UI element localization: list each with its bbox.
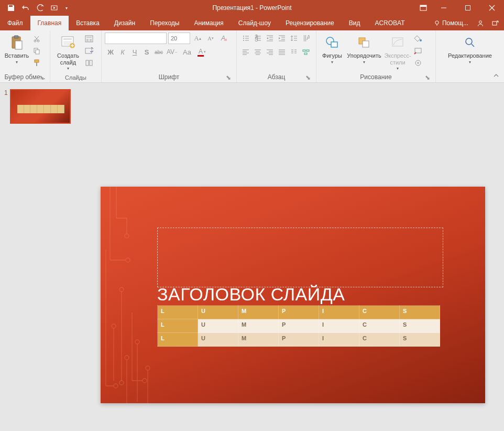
tab-file[interactable]: Файл bbox=[0, 16, 30, 30]
collapse-ribbon-button[interactable] bbox=[491, 71, 501, 80]
close-button[interactable] bbox=[480, 0, 504, 16]
svg-rect-10 bbox=[14, 36, 18, 38]
maximize-button[interactable] bbox=[456, 0, 480, 16]
tab-review[interactable]: Рецензирование bbox=[278, 16, 342, 30]
start-from-beginning-button[interactable] bbox=[48, 1, 62, 15]
clear-formatting-button[interactable]: A bbox=[218, 33, 229, 44]
line-spacing-button[interactable] bbox=[288, 33, 300, 44]
decrease-indent-button[interactable] bbox=[264, 33, 276, 44]
tell-me-button[interactable]: Помощ... bbox=[430, 16, 473, 30]
tab-slideshow[interactable]: Слайд-шоу bbox=[231, 16, 278, 30]
svg-rect-15 bbox=[36, 50, 39, 54]
undo-button[interactable] bbox=[19, 1, 32, 15]
cut-button[interactable] bbox=[31, 34, 42, 44]
align-center-button[interactable] bbox=[252, 46, 264, 58]
tab-acrobat[interactable]: ACROBAT bbox=[367, 16, 412, 30]
quick-styles-icon bbox=[391, 34, 404, 51]
strikethrough-button[interactable]: abc bbox=[153, 46, 165, 58]
svg-rect-77 bbox=[303, 50, 305, 51]
signin-button[interactable] bbox=[474, 16, 487, 30]
svg-line-90 bbox=[472, 44, 474, 47]
thumbnail-pane[interactable]: 1 bbox=[0, 83, 82, 431]
lightbulb-icon bbox=[434, 20, 440, 26]
svg-rect-23 bbox=[86, 37, 92, 38]
share-button[interactable] bbox=[488, 16, 502, 30]
quick-styles-button[interactable]: Экспресс-стили ▾ bbox=[384, 33, 412, 72]
tab-animations[interactable]: Анимация bbox=[187, 16, 231, 30]
clipboard-dialog-launcher[interactable]: ⬊ bbox=[38, 74, 46, 81]
align-left-button[interactable] bbox=[240, 46, 251, 58]
tab-insert[interactable]: Вставка bbox=[69, 16, 107, 30]
convert-smartart-button[interactable] bbox=[300, 46, 312, 58]
format-painter-button[interactable] bbox=[31, 58, 42, 68]
svg-point-35 bbox=[243, 40, 244, 41]
svg-rect-79 bbox=[304, 53, 307, 55]
text-direction-button[interactable]: ||A bbox=[300, 33, 312, 44]
svg-rect-24 bbox=[86, 39, 89, 41]
new-slide-icon bbox=[60, 34, 76, 51]
thumbnail-item[interactable]: 1 bbox=[4, 89, 78, 124]
shape-effects-button[interactable] bbox=[413, 58, 423, 68]
shape-outline-button[interactable] bbox=[413, 46, 423, 56]
increase-font-size-button[interactable]: A▴ bbox=[192, 33, 203, 44]
text-shadow-button[interactable]: S bbox=[141, 46, 152, 58]
new-slide-button[interactable]: Создать слайд ▾ bbox=[53, 33, 83, 72]
tab-transitions[interactable]: Переходы bbox=[143, 16, 187, 30]
svg-point-99 bbox=[125, 355, 129, 360]
font-dialog-launcher[interactable]: ⬊ bbox=[225, 74, 232, 81]
svg-rect-25 bbox=[90, 39, 92, 41]
paragraph-dialog-launcher[interactable]: ⬊ bbox=[304, 74, 312, 81]
svg-rect-78 bbox=[306, 50, 309, 51]
editing-button[interactable]: Редактирование ▾ bbox=[445, 33, 495, 66]
svg-rect-81 bbox=[331, 42, 337, 47]
slide-area[interactable]: ЗАГОЛОВОК СЛАЙДА LUMPICS LUMPICS LUMPICS bbox=[82, 83, 504, 431]
italic-button[interactable]: К bbox=[117, 46, 128, 58]
tab-home[interactable]: Главная bbox=[30, 16, 69, 30]
bullets-button[interactable] bbox=[240, 33, 251, 44]
justify-button[interactable] bbox=[276, 46, 288, 58]
qat-customize-button[interactable]: ▾ bbox=[63, 1, 70, 15]
arrange-button[interactable]: Упорядочить ▾ bbox=[346, 33, 382, 66]
thumbnail-slide-1[interactable] bbox=[10, 89, 71, 124]
save-button[interactable] bbox=[4, 1, 18, 15]
font-name-input[interactable] bbox=[105, 33, 167, 44]
font-size-input[interactable] bbox=[168, 33, 190, 44]
svg-point-92 bbox=[126, 258, 130, 262]
group-clipboard-label: Буфер обме...⬊ bbox=[3, 73, 47, 82]
tab-design[interactable]: Дизайн bbox=[107, 16, 143, 30]
reset-slide-button[interactable] bbox=[84, 46, 94, 56]
svg-rect-2 bbox=[420, 5, 426, 7]
content-placeholder[interactable] bbox=[157, 228, 443, 287]
ribbon-display-options-button[interactable] bbox=[415, 0, 432, 16]
group-drawing-label: Рисование⬊ bbox=[320, 73, 432, 82]
shape-fill-button[interactable] bbox=[413, 34, 423, 44]
change-case-button[interactable]: Aa bbox=[180, 46, 194, 58]
drawing-dialog-launcher[interactable]: ⬊ bbox=[424, 74, 431, 81]
font-color-button[interactable]: A▾ bbox=[194, 46, 209, 58]
section-button[interactable] bbox=[84, 58, 94, 68]
copy-button[interactable] bbox=[31, 46, 42, 56]
char-spacing-button[interactable]: AV↔ bbox=[165, 46, 180, 58]
thumbnail-number: 1 bbox=[4, 89, 8, 124]
slide-title[interactable]: ЗАГОЛОВОК СЛАЙДА bbox=[157, 284, 345, 305]
paste-button[interactable]: Вставить ▾ bbox=[3, 33, 30, 66]
columns-button[interactable] bbox=[288, 46, 300, 58]
svg-point-94 bbox=[119, 287, 124, 292]
decrease-font-size-button[interactable]: A▾ bbox=[205, 33, 216, 44]
underline-button[interactable]: Ч bbox=[129, 46, 140, 58]
slide-table[interactable]: LUMPICS LUMPICS LUMPICS bbox=[157, 305, 440, 347]
bold-button[interactable]: Ж bbox=[105, 46, 116, 58]
tab-view[interactable]: Вид bbox=[342, 16, 368, 30]
redo-button[interactable] bbox=[34, 1, 47, 15]
slide-canvas[interactable]: ЗАГОЛОВОК СЛАЙДА LUMPICS LUMPICS LUMPICS bbox=[101, 187, 485, 403]
slide-layout-button[interactable] bbox=[84, 34, 94, 44]
align-right-button[interactable] bbox=[264, 46, 276, 58]
numbering-button[interactable]: 123 bbox=[252, 33, 264, 44]
svg-rect-16 bbox=[35, 60, 39, 62]
increase-indent-button[interactable] bbox=[276, 33, 288, 44]
svg-point-95 bbox=[119, 381, 124, 385]
group-paragraph: 123 ||A Абзац⬊ bbox=[237, 30, 316, 82]
shapes-button[interactable]: Фигуры ▾ bbox=[320, 33, 345, 66]
minimize-button[interactable] bbox=[432, 0, 456, 16]
clipboard-icon bbox=[9, 34, 24, 51]
